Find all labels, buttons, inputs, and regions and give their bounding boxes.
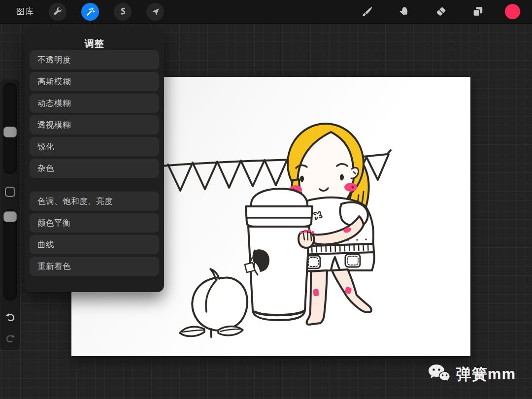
brush-opacity-handle[interactable] xyxy=(3,211,17,222)
brush-size-handle[interactable] xyxy=(3,127,17,137)
gallery-button[interactable]: 图库 xyxy=(16,6,34,17)
eraser-icon xyxy=(434,5,447,18)
menu-item-curves[interactable]: 曲线 xyxy=(30,235,159,254)
brush-sidebar xyxy=(0,79,20,350)
menu-item-perspective-blur[interactable]: 透视模糊 xyxy=(30,115,159,134)
tumbler-cup xyxy=(245,189,312,320)
menu-item-noise[interactable]: 杂色 xyxy=(30,159,159,178)
smudge-icon xyxy=(398,5,410,18)
menu-item-sharpen[interactable]: 锐化 xyxy=(30,137,159,156)
redo-button[interactable] xyxy=(4,333,16,345)
active-color-swatch[interactable] xyxy=(505,4,520,19)
paint-button[interactable] xyxy=(357,2,377,22)
actions-button[interactable] xyxy=(49,3,66,21)
watermark: 弹簧mm xyxy=(428,364,516,385)
brush-icon xyxy=(361,5,373,18)
menu-item-hsb[interactable]: 色调、饱和度、亮度 xyxy=(30,192,159,211)
layers-icon xyxy=(471,5,484,18)
transform-button[interactable] xyxy=(146,3,164,21)
bunting-left xyxy=(162,160,292,191)
adjustments-button[interactable] xyxy=(81,3,99,21)
smudge-button[interactable] xyxy=(394,2,414,22)
girl-hand xyxy=(299,230,314,248)
erase-button[interactable] xyxy=(431,2,451,22)
menu-item-opacity[interactable]: 不透明度 xyxy=(30,50,159,69)
menu-item-color-balance[interactable]: 颜色平衡 xyxy=(30,213,159,233)
selection-s-icon xyxy=(118,7,128,17)
transform-arrow-icon xyxy=(150,7,160,17)
brush-size-slider[interactable] xyxy=(3,83,17,174)
panel-title: 调整 xyxy=(25,28,164,50)
redo-icon xyxy=(4,333,16,345)
selection-button[interactable] xyxy=(114,3,132,21)
menu-item-gaussian-blur[interactable]: 高斯模糊 xyxy=(30,72,159,91)
undo-button[interactable] xyxy=(4,312,16,324)
watermark-text: 弹簧mm xyxy=(456,364,516,385)
magic-wand-icon xyxy=(85,7,95,17)
menu-item-recolor[interactable]: 重新着色 xyxy=(30,257,159,276)
undo-icon xyxy=(4,312,16,324)
menu-item-motion-blur[interactable]: 动态模糊 xyxy=(30,94,159,113)
modify-button[interactable] xyxy=(5,187,15,197)
peach xyxy=(180,269,247,337)
brush-opacity-slider[interactable] xyxy=(3,209,17,300)
adjustments-panel: 调整 不透明度 高斯模糊 动态模糊 透视模糊 锐化 杂色 色调、饱和度、亮度 颜… xyxy=(25,28,164,292)
top-toolbar: 图库 xyxy=(0,0,532,24)
wechat-icon xyxy=(428,364,451,385)
layers-button[interactable] xyxy=(468,2,488,22)
wrench-icon xyxy=(53,7,63,17)
